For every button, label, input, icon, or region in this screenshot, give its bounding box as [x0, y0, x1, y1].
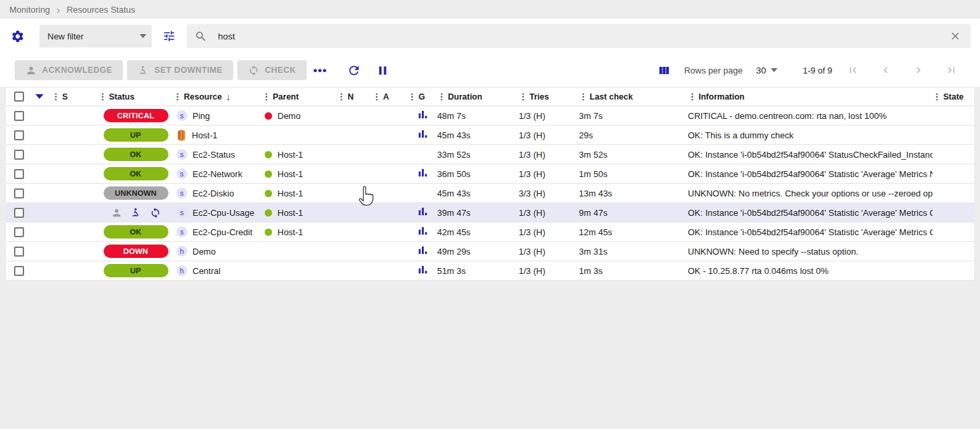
duration-cell: 45m 43s [437, 130, 519, 140]
row-checkbox[interactable] [6, 150, 31, 160]
pause-icon[interactable] [373, 61, 392, 80]
information-cell: UNKNOWN: Need to specify --status option… [688, 247, 933, 257]
graph-icon[interactable] [418, 226, 428, 238]
prev-page-icon[interactable] [880, 64, 892, 76]
table-row[interactable]: DOWNhDemo49m 29s1/3 (H)3m 31sUNKNOWN: Ne… [6, 242, 974, 261]
graph-icon[interactable] [418, 110, 428, 122]
set-downtime-button[interactable]: SET DOWNTIME [127, 60, 233, 80]
column-drag-dots-icon[interactable]: ⋮ [51, 92, 60, 101]
column-drag-dots-icon[interactable]: ⋮ [262, 92, 271, 101]
column-drag-dots-icon[interactable]: ⋮ [408, 92, 416, 101]
graph-icon[interactable] [418, 265, 428, 277]
select-all-checkbox[interactable] [6, 92, 31, 102]
more-icon[interactable]: ••• [314, 65, 328, 76]
breadcrumb-item-monitoring[interactable]: Monitoring [9, 5, 50, 15]
acknowledge-button[interactable]: ACKNOWLEDGE [15, 60, 123, 80]
table-row[interactable]: UPHost-145m 43s1/3 (H)29sOK: This is a d… [6, 126, 974, 145]
table-row[interactable]: OKsEc2-Cpu-CreditHost-142m 45s1/3 (H)12m… [6, 223, 974, 242]
graph-cell [408, 129, 437, 141]
host-icon: h [176, 265, 187, 276]
status-cell: UNKNOWN [98, 186, 173, 200]
status-cell: OK [98, 225, 173, 239]
rows-per-page-label: Rows per page [684, 65, 742, 76]
column-drag-dots-icon[interactable]: ⋮ [372, 92, 381, 101]
graph-icon[interactable] [418, 129, 428, 141]
information-cell: OK: Instance 'i-0b54bd2f54af90064' Stati… [688, 208, 933, 218]
column-header-status[interactable]: ⋮Status [98, 92, 173, 102]
status-cell: CRITICAL [98, 109, 173, 122]
column-drag-dots-icon[interactable]: ⋮ [933, 92, 941, 101]
first-page-icon[interactable] [847, 64, 859, 76]
table-row[interactable]: OKsEc2-StatusHost-133m 52s1/3 (H)3m 52sO… [6, 145, 974, 164]
column-header-information[interactable]: ⋮Information [688, 92, 933, 102]
rows-per-page-select[interactable]: 30 [756, 65, 777, 76]
clear-icon[interactable] [947, 27, 964, 45]
column-header-state[interactable]: ⋮State [933, 92, 974, 102]
column-drag-dots-icon[interactable]: ⋮ [98, 92, 107, 101]
resource-cell: sEc2-Network [173, 168, 262, 179]
gear-icon[interactable] [8, 27, 27, 46]
filter-preset-select[interactable]: New filter [39, 25, 152, 47]
column-header-s[interactable]: ⋮S [51, 92, 98, 102]
column-header-tries[interactable]: ⋮Tries [519, 92, 579, 102]
information-cell: OK: Instance 'i-0b54bd2f54af90064' Stati… [688, 169, 933, 179]
parent-name: Demo [277, 111, 301, 121]
column-drag-dots-icon[interactable]: ⋮ [173, 92, 182, 101]
row-checkbox[interactable] [6, 111, 31, 121]
host-icon: h [176, 246, 187, 257]
search-input[interactable] [218, 31, 947, 41]
column-header-resource[interactable]: ⋮Resource↓ [173, 92, 262, 102]
column-header-last-check[interactable]: ⋮Last check [579, 92, 688, 102]
table-row[interactable]: sEc2-Cpu-UsageHost-139m 47s1/3 (H)9m 47s… [6, 203, 974, 223]
column-drag-dots-icon[interactable]: ⋮ [579, 92, 588, 101]
row-checkbox[interactable] [6, 227, 31, 237]
column-drag-dots-icon[interactable]: ⋮ [437, 92, 446, 101]
column-header-g[interactable]: ⋮G [408, 92, 437, 102]
columns-icon[interactable] [655, 61, 673, 80]
next-page-icon[interactable] [912, 64, 925, 76]
column-header-n[interactable]: ⋮N [337, 92, 372, 102]
row-checkbox[interactable] [6, 188, 31, 198]
acknowledged-icon [111, 207, 122, 219]
service-icon: s [176, 110, 187, 121]
parent-cell: Host-1 [262, 188, 337, 198]
select-menu-arrow[interactable] [31, 94, 51, 99]
column-drag-dots-icon[interactable]: ⋮ [337, 92, 346, 101]
table-row[interactable]: OKsEc2-NetworkHost-136m 50s1/3 (H)1m 50s… [6, 164, 974, 184]
graph-icon[interactable] [418, 168, 428, 180]
table-body: CRITICALsPingDemo48m 7s1/3 (H)3m 7sCRITI… [6, 106, 974, 281]
column-header-parent[interactable]: ⋮Parent [262, 92, 337, 102]
column-header-duration[interactable]: ⋮Duration [437, 92, 519, 102]
status-badge: CRITICAL [104, 109, 168, 122]
information-cell: UNKNOWN: No metrics. Check your options … [688, 188, 933, 198]
column-drag-dots-icon[interactable]: ⋮ [519, 92, 527, 101]
refresh-icon[interactable] [344, 61, 364, 80]
pagination-range: 1-9 of 9 [803, 65, 832, 76]
table-row[interactable]: CRITICALsPingDemo48m 7s1/3 (H)3m 7sCRITI… [6, 106, 974, 126]
rows-per-page-value: 30 [756, 65, 766, 76]
graph-icon[interactable] [418, 245, 428, 257]
column-header-a[interactable]: ⋮A [372, 92, 408, 102]
information-cell: OK - 10.25.8.77 rta 0.046ms lost 0% [688, 266, 933, 276]
row-checkbox[interactable] [6, 130, 31, 140]
status-badge: OK [104, 167, 168, 180]
graph-icon[interactable] [418, 206, 428, 219]
row-checkbox[interactable] [6, 208, 31, 218]
row-checkbox[interactable] [6, 247, 31, 257]
resource-name: Ping [193, 111, 210, 121]
table-row[interactable]: UPhCentral51m 3s1/3 (H)1m 3sOK - 10.25.8… [6, 261, 974, 281]
breadcrumb-item-resources-status[interactable]: Resources Status [67, 5, 136, 15]
row-checkbox[interactable] [6, 169, 31, 179]
resource-name: Central [193, 266, 221, 276]
last-page-icon[interactable] [945, 64, 957, 76]
tune-icon[interactable] [160, 27, 178, 45]
parent-name: Host-1 [277, 169, 303, 179]
check-button[interactable]: CHECK [237, 60, 306, 80]
table-row[interactable]: UNKNOWNsEc2-DiskioHost-145m 43s3/3 (H)13… [6, 184, 974, 203]
column-drag-dots-icon[interactable]: ⋮ [688, 92, 697, 101]
sort-desc-icon[interactable]: ↓ [226, 92, 231, 102]
tries-cell: 3/3 (H) [519, 188, 579, 198]
last-check-cell: 9m 47s [579, 208, 688, 218]
row-checkbox[interactable] [6, 266, 31, 276]
duration-cell: 42m 45s [437, 227, 519, 237]
